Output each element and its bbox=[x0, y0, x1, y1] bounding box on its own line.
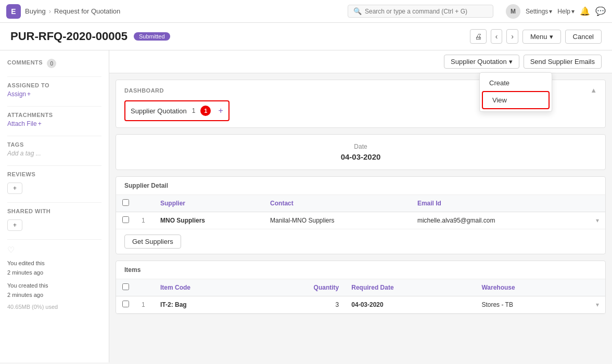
items-select-all-checkbox[interactable] bbox=[122, 283, 129, 290]
date-section: Date 04-03-2020 bbox=[116, 134, 606, 170]
nav-right: M Settings▾ Help▾ 🔔 💬 bbox=[506, 4, 606, 19]
supplier-row-checkbox-cell bbox=[116, 212, 135, 229]
quantity-col-header: Quantity bbox=[256, 279, 346, 296]
breadcrumb-buying[interactable]: Buying bbox=[25, 7, 46, 15]
item-row-dropdown[interactable]: ▾ bbox=[584, 296, 605, 314]
add-tag-action[interactable]: Add a tag ... bbox=[7, 150, 101, 157]
item-row-date: 04-03-2020 bbox=[345, 296, 475, 314]
supplier-quotation-dropdown-menu: Create View bbox=[479, 72, 552, 112]
items-section: Items Item Code Quantity Required Date W… bbox=[116, 261, 606, 314]
status-badge: Submitted bbox=[134, 32, 170, 41]
breadcrumb-rfq[interactable]: Request for Quotation bbox=[54, 7, 120, 15]
supplier-col-header: Supplier bbox=[154, 195, 264, 212]
supplier-num-col bbox=[135, 195, 154, 212]
heart-icon[interactable]: ♡ bbox=[7, 245, 101, 255]
supplier-quotation-stat[interactable]: Supplier Quotation 1 1 + bbox=[124, 100, 230, 121]
settings-btn[interactable]: Settings▾ bbox=[526, 8, 552, 15]
supplier-select-all-checkbox[interactable] bbox=[122, 199, 129, 206]
chat-icon[interactable]: 💬 bbox=[595, 6, 606, 16]
page-title-group: PUR-RFQ-2020-00005 Submitted bbox=[10, 30, 170, 43]
comments-count: 0 bbox=[47, 59, 56, 68]
assign-action[interactable]: Assign + bbox=[7, 90, 101, 98]
add-review-button[interactable]: + bbox=[7, 183, 22, 194]
top-navigation: E Buying › Request for Quotation 🔍 M Set… bbox=[0, 0, 612, 23]
send-supplier-emails-button[interactable]: Send Supplier Emails bbox=[524, 55, 602, 69]
app-icon: E bbox=[6, 4, 21, 19]
dashboard-toggle-icon[interactable]: ▲ bbox=[590, 86, 597, 94]
item-row-code: IT-2: Bag bbox=[154, 296, 256, 314]
assign-plus-icon: + bbox=[27, 90, 31, 98]
search-icon: 🔍 bbox=[353, 7, 362, 15]
required-date-col-header: Required Date bbox=[345, 279, 475, 296]
avatar: M bbox=[506, 4, 520, 19]
attach-file-action[interactable]: Attach File + bbox=[7, 120, 101, 127]
warehouse-col-header: Warehouse bbox=[475, 279, 584, 296]
items-title: Items bbox=[116, 261, 605, 279]
supplier-detail-title: Supplier Detail bbox=[116, 177, 605, 195]
sidebar-tags: Tags Add a tag ... bbox=[7, 141, 101, 157]
supplier-row-name: MNO Suppliers bbox=[154, 212, 264, 229]
supplier-select-all-col bbox=[116, 195, 135, 212]
items-table-header-row: Item Code Quantity Required Date Warehou… bbox=[116, 279, 605, 296]
item-row-num: 1 bbox=[135, 296, 154, 314]
add-shared-button[interactable]: + bbox=[7, 219, 22, 231]
activity-edited: You edited this 2 minutes ago bbox=[7, 259, 101, 277]
item-row-checkbox[interactable] bbox=[122, 301, 129, 307]
storage-info: 40.65MB (0%) used bbox=[7, 304, 101, 310]
next-button[interactable]: › bbox=[506, 29, 518, 44]
items-num-col bbox=[135, 279, 154, 296]
stat-badge: 1 bbox=[200, 106, 211, 116]
breadcrumb-sep-1: › bbox=[49, 7, 51, 15]
content-toolbar: Supplier Quotation ▾ Send Supplier Email… bbox=[109, 50, 612, 73]
breadcrumb: Buying › Request for Quotation bbox=[25, 7, 120, 15]
sidebar-reviews: Reviews + bbox=[7, 171, 101, 194]
dropdown-create[interactable]: Create bbox=[480, 75, 552, 91]
supplier-row-dropdown[interactable]: ▾ bbox=[584, 212, 605, 229]
attach-plus-icon: + bbox=[38, 120, 42, 127]
item-row-quantity: 3 bbox=[256, 296, 346, 314]
item-row-warehouse: Stores - TB bbox=[475, 296, 584, 314]
date-value: 04-03-2020 bbox=[124, 152, 597, 161]
table-row: 1 IT-2: Bag 3 04-03-2020 Stores - TB ▾ bbox=[116, 296, 605, 314]
supplier-quotation-dropdown-icon: ▾ bbox=[509, 58, 513, 66]
email-col-header: Email Id bbox=[411, 195, 584, 212]
supplier-row-checkbox[interactable] bbox=[122, 216, 129, 223]
sidebar-shared-with: Shared With + bbox=[7, 208, 101, 231]
activity-created: You created this 2 minutes ago bbox=[7, 281, 101, 300]
attachments-label: Attachments bbox=[7, 112, 101, 118]
supplier-detail-section: Supplier Detail Supplier Contact Email I… bbox=[116, 176, 606, 254]
supplier-quotation-button[interactable]: Supplier Quotation ▾ bbox=[444, 55, 519, 69]
item-row-checkbox-cell bbox=[116, 296, 135, 314]
stat-add-icon[interactable]: + bbox=[218, 106, 223, 115]
prev-button[interactable]: ‹ bbox=[491, 29, 503, 44]
item-code-col-header: Item Code bbox=[154, 279, 256, 296]
search-input[interactable] bbox=[365, 8, 488, 15]
stat-count-num: 1 bbox=[192, 107, 196, 114]
stat-supplier-quotation-label: Supplier Quotation bbox=[131, 107, 187, 115]
sidebar-comments: Comments 0 bbox=[7, 59, 101, 68]
get-suppliers-button[interactable]: Get Suppliers bbox=[124, 235, 181, 249]
shared-with-label: Shared With bbox=[7, 208, 101, 214]
assigned-to-label: Assigned To bbox=[7, 82, 101, 88]
date-label: Date bbox=[124, 143, 597, 150]
dropdown-view[interactable]: View bbox=[483, 92, 549, 108]
print-button[interactable]: 🖨 bbox=[470, 29, 487, 44]
reviews-label: Reviews bbox=[7, 171, 101, 177]
sidebar: Comments 0 Assigned To Assign + Attachme… bbox=[0, 50, 109, 362]
sidebar-attachments: Attachments Attach File + bbox=[7, 112, 101, 127]
supplier-detail-table: Supplier Contact Email Id 1 MNO Supplier… bbox=[116, 195, 605, 229]
supplier-table-header-row: Supplier Contact Email Id bbox=[116, 195, 605, 212]
dashboard-title: DASHBOARD bbox=[124, 87, 164, 94]
comments-label: Comments bbox=[7, 59, 43, 66]
search-bar[interactable]: 🔍 bbox=[348, 5, 493, 18]
menu-button[interactable]: Menu▾ bbox=[522, 30, 561, 44]
cancel-button[interactable]: Cancel bbox=[565, 30, 602, 44]
items-action-col bbox=[584, 279, 605, 296]
supplier-row-dropdown-icon: ▾ bbox=[596, 217, 599, 224]
page-actions: 🖨 ‹ › Menu▾ Cancel bbox=[470, 29, 602, 44]
table-row: 1 MNO Suppliers Manilal-MNO Suppliers mi… bbox=[116, 212, 605, 229]
notification-icon[interactable]: 🔔 bbox=[580, 6, 590, 16]
items-select-all-col bbox=[116, 279, 135, 296]
help-btn[interactable]: Help▾ bbox=[557, 8, 575, 15]
supplier-row-email: michelle.alva95@gmail.com bbox=[411, 212, 584, 229]
